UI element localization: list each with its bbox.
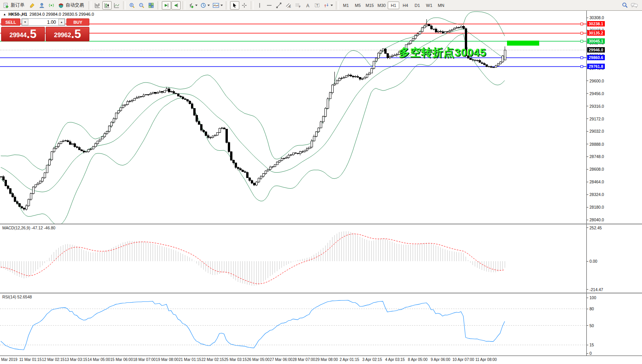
price-tick: 28888.0 bbox=[587, 142, 604, 147]
autotrade-button[interactable]: 自动交易 bbox=[56, 1, 87, 10]
sell-price-frac: .5 bbox=[26, 28, 36, 40]
autotrade-icon bbox=[58, 2, 64, 8]
main-toolbar: 新订单 自动交易 bbox=[0, 0, 642, 11]
auto-scroll-icon bbox=[163, 2, 170, 8]
level-handle[interactable] bbox=[581, 66, 583, 68]
vertical-line-tool[interactable] bbox=[255, 1, 264, 10]
rsi-axis[interactable]: 1008050150 bbox=[586, 293, 642, 356]
search-icon[interactable] bbox=[622, 2, 628, 8]
chat-icon[interactable] bbox=[630, 2, 638, 8]
candle-chart-button[interactable] bbox=[102, 1, 112, 10]
timeframe-w1[interactable]: W1 bbox=[423, 2, 435, 9]
timeframe-h4[interactable]: H4 bbox=[400, 2, 411, 9]
time-label: 27 Mar 06:00 bbox=[270, 357, 292, 362]
indicators-caret bbox=[195, 5, 198, 6]
sell-price-main: 29944 bbox=[10, 31, 27, 39]
arrows-tool[interactable] bbox=[322, 1, 334, 10]
sell-price-button[interactable]: 29944.5 bbox=[1, 27, 45, 41]
toolbar-separator bbox=[123, 1, 126, 10]
new-order-button[interactable]: 新订单 bbox=[2, 1, 27, 10]
macd-axis[interactable]: 252.450.00-214.47 bbox=[586, 224, 642, 293]
volume-decrease-button[interactable]: ▼ bbox=[22, 19, 28, 25]
volume-value[interactable]: 1.00 bbox=[28, 19, 58, 25]
text-tool[interactable]: A bbox=[303, 1, 312, 10]
channel-tool[interactable]: E bbox=[284, 1, 293, 10]
cursor-tool-button[interactable] bbox=[230, 1, 239, 10]
buy-button[interactable]: BUY bbox=[66, 18, 89, 26]
time-label: 8 Apr 05:00 bbox=[408, 357, 428, 362]
templates-icon bbox=[212, 2, 219, 8]
templates-caret bbox=[221, 5, 223, 6]
time-axis[interactable]: 7 Mar 201911 Mar 01:1512 Mar 02:1513 Mar… bbox=[0, 356, 642, 364]
timeframe-m30[interactable]: M30 bbox=[376, 2, 387, 9]
toolbar-separator bbox=[336, 1, 339, 10]
macd-tick: 252.45 bbox=[587, 226, 602, 230]
chart-annotation-text[interactable]: 多空转折点30045 bbox=[399, 45, 486, 60]
sell-button[interactable]: SELL bbox=[1, 18, 20, 26]
timeframe-m1[interactable]: M1 bbox=[340, 2, 352, 9]
signal-button[interactable] bbox=[47, 1, 56, 10]
timeframe-m5[interactable]: M5 bbox=[352, 2, 364, 9]
highlighter-button[interactable] bbox=[28, 1, 37, 10]
vertical-line-icon bbox=[257, 2, 263, 8]
highlighter-icon bbox=[29, 2, 35, 8]
price-level-label-29860.6: 29860.6 bbox=[587, 55, 605, 60]
macd-label: MACD(12,26,9) -47.12 -46.80 bbox=[2, 226, 55, 230]
price-axis[interactable]: 30308.030168.030024.029884.029740.029600… bbox=[586, 11, 642, 224]
horizontal-line-icon bbox=[266, 2, 272, 8]
price-tick: 30308.0 bbox=[587, 15, 604, 20]
macd-chart bbox=[0, 224, 586, 293]
volume-increase-button[interactable]: ▲ bbox=[58, 19, 65, 25]
time-label: 19 Mar 08:00 bbox=[156, 357, 178, 362]
bar-chart-button[interactable] bbox=[93, 1, 102, 10]
price-tick: 28324.0 bbox=[587, 192, 604, 197]
drawn-rectangle[interactable] bbox=[507, 41, 539, 46]
timeframe-mn[interactable]: MN bbox=[435, 2, 447, 9]
level-handle[interactable] bbox=[581, 57, 583, 59]
time-label: 9 Apr 06:00 bbox=[431, 357, 450, 362]
price-tick: 28180.0 bbox=[587, 205, 604, 209]
crosshair-tool-button[interactable] bbox=[240, 1, 249, 10]
trendline-tool[interactable] bbox=[274, 1, 283, 10]
level-handle[interactable] bbox=[581, 23, 583, 25]
one-click-trade-panel: SELL ▼ 1.00 ▲ BUY 29944.5 29962.5 bbox=[1, 18, 89, 41]
horizontal-line-tool[interactable] bbox=[265, 1, 274, 10]
zoom-in-icon bbox=[129, 2, 135, 8]
indicators-button[interactable] bbox=[187, 1, 199, 10]
timeframe-h1[interactable]: H1 bbox=[388, 2, 399, 9]
zoom-in-button[interactable] bbox=[127, 1, 137, 10]
label-tool[interactable]: T bbox=[313, 1, 322, 10]
buy-price-button[interactable]: 29962.5 bbox=[46, 27, 89, 41]
price-tick: 28608.0 bbox=[587, 167, 604, 171]
collapse-triangle-icon[interactable]: ▲ bbox=[3, 13, 6, 16]
fibonacci-tool[interactable]: F bbox=[293, 1, 303, 10]
chart-shift-button[interactable] bbox=[171, 1, 181, 10]
profile-button[interactable] bbox=[37, 1, 46, 10]
timeframe-m15[interactable]: M15 bbox=[364, 2, 375, 9]
svg-text:E: E bbox=[289, 5, 291, 8]
rsi-tick: 0 bbox=[587, 351, 592, 356]
autotrade-label: 自动交易 bbox=[66, 2, 84, 8]
rsi-label: RSI(14) 52.6548 bbox=[2, 295, 32, 299]
periods-button[interactable] bbox=[199, 1, 211, 10]
templates-button[interactable] bbox=[211, 1, 224, 10]
auto-scroll-button[interactable] bbox=[162, 1, 171, 10]
time-label: 25 Mar 03:15 bbox=[224, 357, 247, 362]
level-handle[interactable] bbox=[581, 32, 583, 35]
main-chart-panel[interactable]: ▲ HK50-,H1 29834.0 29984.0 29830.5 29946… bbox=[0, 11, 586, 224]
new-order-icon bbox=[3, 2, 9, 8]
line-chart-button[interactable] bbox=[112, 1, 121, 10]
price-tick: 29032.0 bbox=[587, 129, 604, 133]
level-handle[interactable] bbox=[581, 40, 583, 43]
rsi-tick: 15 bbox=[587, 343, 594, 347]
zoom-out-button[interactable] bbox=[137, 1, 146, 10]
time-label: 2 Apr 01:15 bbox=[339, 357, 359, 362]
rsi-tick: 80 bbox=[587, 306, 594, 311]
price-tick: 28748.0 bbox=[587, 154, 604, 159]
tile-windows-button[interactable] bbox=[147, 1, 156, 10]
text-icon: A bbox=[305, 2, 311, 8]
timeframe-d1[interactable]: D1 bbox=[412, 2, 423, 9]
trendline-icon bbox=[276, 2, 282, 8]
toolbar-separator bbox=[158, 1, 160, 10]
zoom-out-icon bbox=[138, 2, 145, 8]
